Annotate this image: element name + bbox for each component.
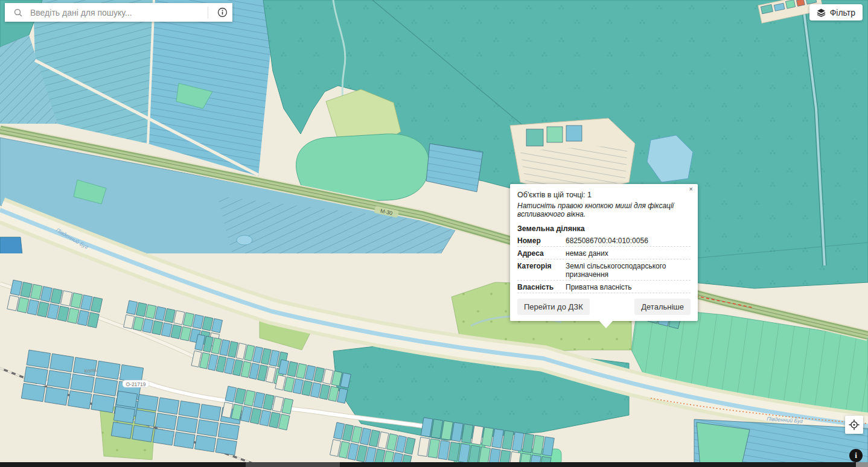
- parcel[interactable]: [174, 432, 195, 449]
- objects-count-line: Об'єктів в цій точці: 1: [517, 191, 691, 199]
- svg-text:О-21719: О-21719: [126, 381, 145, 387]
- parcel[interactable]: [155, 413, 176, 430]
- field-row-category: Категорія Землі сільськогосподарського п…: [517, 259, 691, 281]
- parcel[interactable]: [158, 398, 179, 415]
- parcel[interactable]: [195, 435, 216, 452]
- details-button[interactable]: Детальніше: [634, 299, 691, 315]
- parcel[interactable]: [132, 425, 153, 442]
- geolocate-button[interactable]: [845, 416, 863, 434]
- parcel[interactable]: [24, 367, 48, 385]
- search-divider: [208, 7, 208, 19]
- goto-dzk-button[interactable]: Перейти до ДЗК: [517, 299, 590, 315]
- parcel[interactable]: [215, 439, 237, 456]
- filter-button-label: Фільтр: [830, 8, 855, 17]
- field-label: Номер: [517, 237, 566, 245]
- parcel[interactable]: [68, 391, 91, 409]
- parcel[interactable]: [50, 354, 74, 372]
- filter-button[interactable]: Фільтр: [809, 4, 863, 21]
- field-row-number: Номер 6825086700:04:010:0056: [517, 234, 691, 247]
- field-value: Землі сільськогосподарського призначення: [566, 262, 691, 279]
- parcel[interactable]: [111, 422, 132, 439]
- popup-hint-line: Натисніть правою кнопкою миші для фіксац…: [517, 202, 691, 218]
- field-row-address: Адреса немає даних: [517, 247, 691, 259]
- road-ref-label: О-21719: [123, 380, 149, 387]
- layers-icon: [817, 8, 826, 17]
- parcel[interactable]: [197, 420, 219, 437]
- search-input[interactable]: [29, 7, 204, 18]
- search-bar: [5, 3, 232, 22]
- parcel[interactable]: [71, 374, 94, 392]
- cadastral-map-app: М-30 Копи О-21719 Південний Буг Південни…: [0, 0, 868, 467]
- parcel[interactable]: [116, 391, 137, 408]
- search-info-button[interactable]: [212, 4, 232, 22]
- info-glyph: i: [855, 451, 857, 460]
- parcel[interactable]: [218, 423, 239, 440]
- field-value: немає даних: [566, 249, 691, 258]
- field-value: 6825086700:04:010:0056: [566, 237, 691, 245]
- bottom-bar-segment: [246, 462, 340, 467]
- parcel[interactable]: [200, 404, 221, 421]
- popup-tail: [599, 321, 613, 328]
- field-row-ownership: Власність Приватна власність: [517, 281, 691, 293]
- crosshair-icon: [849, 419, 860, 430]
- parcel-info-popup: × Об'єктів в цій точці: 1 Натисніть прав…: [510, 184, 698, 321]
- info-icon[interactable]: i: [849, 449, 863, 462]
- parcel[interactable]: [97, 361, 120, 379]
- field-value: Приватна власність: [566, 283, 691, 291]
- parcel[interactable]: [137, 394, 158, 411]
- bottom-bar-segment-right: [856, 462, 868, 467]
- map-canvas[interactable]: М-30 Копи О-21719 Південний Буг Південни…: [0, 0, 868, 467]
- close-icon[interactable]: ×: [689, 186, 693, 192]
- parcel[interactable]: [135, 410, 156, 427]
- search-icon: [13, 8, 23, 17]
- field-label: Категорія: [517, 262, 566, 279]
- bottom-bar: [0, 462, 868, 467]
- parcel[interactable]: [113, 407, 135, 424]
- parcel[interactable]: [153, 428, 174, 445]
- parcel[interactable]: [45, 387, 68, 405]
- parcel[interactable]: [94, 378, 117, 396]
- parcel[interactable]: [21, 383, 45, 401]
- parcel[interactable]: [47, 370, 71, 389]
- field-label: Адреса: [517, 249, 566, 258]
- field-label: Власність: [517, 283, 566, 291]
- parcel[interactable]: [176, 416, 197, 433]
- info-icon: [217, 7, 228, 17]
- section-title: Земельна ділянка: [517, 224, 691, 233]
- parcel[interactable]: [27, 350, 50, 368]
- parcel[interactable]: [179, 401, 200, 418]
- parcel[interactable]: [91, 395, 115, 413]
